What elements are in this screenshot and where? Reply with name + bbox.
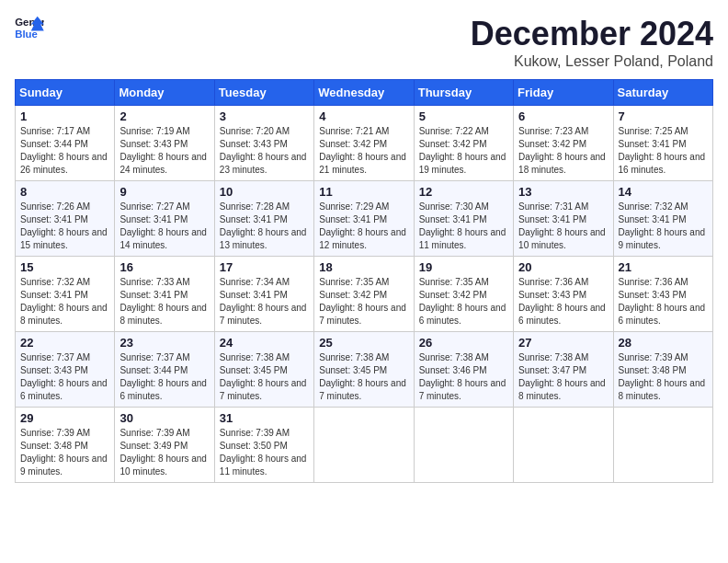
day-number: 29 <box>20 411 109 425</box>
calendar-week-row: 8 Sunrise: 7:26 AM Sunset: 3:41 PM Dayli… <box>16 181 713 257</box>
month-title: December 2024 <box>471 15 713 53</box>
day-detail: Sunrise: 7:31 AM Sunset: 3:41 PM Dayligh… <box>518 201 606 250</box>
calendar-cell: 28 Sunrise: 7:39 AM Sunset: 3:48 PM Dayl… <box>613 332 712 408</box>
day-detail: Sunrise: 7:32 AM Sunset: 3:41 PM Dayligh… <box>619 201 706 250</box>
day-detail: Sunrise: 7:21 AM Sunset: 3:42 PM Dayligh… <box>319 126 406 175</box>
day-number: 4 <box>319 109 408 123</box>
day-number: 16 <box>119 260 209 274</box>
calendar-cell: 12 Sunrise: 7:30 AM Sunset: 3:41 PM Dayl… <box>414 181 513 257</box>
day-detail: Sunrise: 7:39 AM Sunset: 3:49 PM Dayligh… <box>119 428 207 477</box>
calendar-cell: 23 Sunrise: 7:37 AM Sunset: 3:44 PM Dayl… <box>115 332 214 408</box>
calendar-cell: 24 Sunrise: 7:38 AM Sunset: 3:45 PM Dayl… <box>214 332 313 408</box>
calendar-cell: 16 Sunrise: 7:33 AM Sunset: 3:41 PM Dayl… <box>115 257 214 332</box>
day-number: 30 <box>119 411 209 425</box>
day-number: 11 <box>319 185 408 199</box>
day-number: 19 <box>419 260 508 274</box>
weekday-header: Sunday <box>16 80 115 106</box>
calendar-cell: 1 Sunrise: 7:17 AM Sunset: 3:44 PM Dayli… <box>16 106 115 181</box>
calendar-cell: 5 Sunrise: 7:22 AM Sunset: 3:42 PM Dayli… <box>414 106 513 181</box>
day-number: 22 <box>20 336 109 350</box>
calendar-cell: 22 Sunrise: 7:37 AM Sunset: 3:43 PM Dayl… <box>16 332 115 408</box>
calendar-cell: 3 Sunrise: 7:20 AM Sunset: 3:43 PM Dayli… <box>214 106 313 181</box>
day-number: 26 <box>419 336 508 350</box>
day-detail: Sunrise: 7:19 AM Sunset: 3:43 PM Dayligh… <box>119 126 207 175</box>
day-detail: Sunrise: 7:39 AM Sunset: 3:48 PM Dayligh… <box>20 428 108 477</box>
weekday-header: Saturday <box>613 80 712 106</box>
calendar-cell <box>613 408 712 483</box>
calendar-cell: 15 Sunrise: 7:32 AM Sunset: 3:41 PM Dayl… <box>16 257 115 332</box>
day-detail: Sunrise: 7:28 AM Sunset: 3:41 PM Dayligh… <box>220 201 307 250</box>
calendar-cell: 9 Sunrise: 7:27 AM Sunset: 3:41 PM Dayli… <box>115 181 214 257</box>
calendar-cell: 30 Sunrise: 7:39 AM Sunset: 3:49 PM Dayl… <box>115 408 214 483</box>
day-number: 20 <box>518 260 608 274</box>
day-detail: Sunrise: 7:23 AM Sunset: 3:42 PM Dayligh… <box>518 126 606 175</box>
calendar-cell: 19 Sunrise: 7:35 AM Sunset: 3:42 PM Dayl… <box>414 257 513 332</box>
day-number: 14 <box>619 185 708 199</box>
day-number: 5 <box>419 109 508 123</box>
day-detail: Sunrise: 7:37 AM Sunset: 3:43 PM Dayligh… <box>20 352 108 401</box>
weekday-header: Monday <box>115 80 214 106</box>
calendar-cell: 31 Sunrise: 7:39 AM Sunset: 3:50 PM Dayl… <box>214 408 313 483</box>
calendar-week-row: 15 Sunrise: 7:32 AM Sunset: 3:41 PM Dayl… <box>16 257 713 332</box>
title-area: December 2024 Kukow, Lesser Poland, Pola… <box>471 15 713 70</box>
logo-icon: General Blue <box>15 15 44 40</box>
calendar-week-row: 29 Sunrise: 7:39 AM Sunset: 3:48 PM Dayl… <box>16 408 713 483</box>
day-number: 2 <box>119 109 209 123</box>
day-number: 15 <box>20 260 109 274</box>
calendar-cell: 7 Sunrise: 7:25 AM Sunset: 3:41 PM Dayli… <box>613 106 712 181</box>
day-detail: Sunrise: 7:32 AM Sunset: 3:41 PM Dayligh… <box>20 277 108 326</box>
day-detail: Sunrise: 7:22 AM Sunset: 3:42 PM Dayligh… <box>419 126 506 175</box>
calendar-table: SundayMondayTuesdayWednesdayThursdayFrid… <box>15 79 713 483</box>
calendar-cell: 27 Sunrise: 7:38 AM Sunset: 3:47 PM Dayl… <box>514 332 613 408</box>
day-number: 28 <box>619 336 708 350</box>
logo: General Blue <box>15 15 44 40</box>
calendar-cell <box>314 408 414 483</box>
calendar-cell: 10 Sunrise: 7:28 AM Sunset: 3:41 PM Dayl… <box>214 181 313 257</box>
day-number: 10 <box>220 185 309 199</box>
day-detail: Sunrise: 7:37 AM Sunset: 3:44 PM Dayligh… <box>119 352 207 401</box>
calendar-cell: 26 Sunrise: 7:38 AM Sunset: 3:46 PM Dayl… <box>414 332 513 408</box>
calendar-cell: 8 Sunrise: 7:26 AM Sunset: 3:41 PM Dayli… <box>16 181 115 257</box>
day-detail: Sunrise: 7:33 AM Sunset: 3:41 PM Dayligh… <box>119 277 207 326</box>
day-detail: Sunrise: 7:38 AM Sunset: 3:47 PM Dayligh… <box>518 352 606 401</box>
day-detail: Sunrise: 7:35 AM Sunset: 3:42 PM Dayligh… <box>319 277 406 326</box>
day-number: 25 <box>319 336 408 350</box>
day-number: 3 <box>220 109 309 123</box>
day-detail: Sunrise: 7:39 AM Sunset: 3:50 PM Dayligh… <box>220 428 307 477</box>
day-detail: Sunrise: 7:29 AM Sunset: 3:41 PM Dayligh… <box>319 201 406 250</box>
day-number: 7 <box>619 109 708 123</box>
day-detail: Sunrise: 7:27 AM Sunset: 3:41 PM Dayligh… <box>119 201 207 250</box>
calendar-cell: 29 Sunrise: 7:39 AM Sunset: 3:48 PM Dayl… <box>16 408 115 483</box>
day-number: 12 <box>419 185 508 199</box>
day-number: 23 <box>119 336 209 350</box>
calendar-cell: 14 Sunrise: 7:32 AM Sunset: 3:41 PM Dayl… <box>613 181 712 257</box>
location-title: Kukow, Lesser Poland, Poland <box>471 53 713 70</box>
day-number: 18 <box>319 260 408 274</box>
calendar-cell: 11 Sunrise: 7:29 AM Sunset: 3:41 PM Dayl… <box>314 181 414 257</box>
day-detail: Sunrise: 7:25 AM Sunset: 3:41 PM Dayligh… <box>619 126 706 175</box>
day-number: 13 <box>518 185 608 199</box>
day-number: 17 <box>220 260 309 274</box>
calendar-cell: 18 Sunrise: 7:35 AM Sunset: 3:42 PM Dayl… <box>314 257 414 332</box>
day-detail: Sunrise: 7:38 AM Sunset: 3:46 PM Dayligh… <box>419 352 506 401</box>
day-number: 1 <box>20 109 109 123</box>
day-detail: Sunrise: 7:36 AM Sunset: 3:43 PM Dayligh… <box>518 277 606 326</box>
day-detail: Sunrise: 7:17 AM Sunset: 3:44 PM Dayligh… <box>20 126 108 175</box>
weekday-header: Tuesday <box>214 80 313 106</box>
day-detail: Sunrise: 7:39 AM Sunset: 3:48 PM Dayligh… <box>619 352 706 401</box>
calendar-cell <box>414 408 513 483</box>
calendar-cell: 6 Sunrise: 7:23 AM Sunset: 3:42 PM Dayli… <box>514 106 613 181</box>
calendar-cell: 21 Sunrise: 7:36 AM Sunset: 3:43 PM Dayl… <box>613 257 712 332</box>
day-number: 31 <box>220 411 309 425</box>
day-detail: Sunrise: 7:35 AM Sunset: 3:42 PM Dayligh… <box>419 277 506 326</box>
day-number: 9 <box>119 185 209 199</box>
calendar-cell: 25 Sunrise: 7:38 AM Sunset: 3:45 PM Dayl… <box>314 332 414 408</box>
calendar-cell <box>514 408 613 483</box>
calendar-cell: 4 Sunrise: 7:21 AM Sunset: 3:42 PM Dayli… <box>314 106 414 181</box>
calendar-cell: 13 Sunrise: 7:31 AM Sunset: 3:41 PM Dayl… <box>514 181 613 257</box>
calendar-cell: 2 Sunrise: 7:19 AM Sunset: 3:43 PM Dayli… <box>115 106 214 181</box>
day-detail: Sunrise: 7:34 AM Sunset: 3:41 PM Dayligh… <box>220 277 307 326</box>
day-detail: Sunrise: 7:38 AM Sunset: 3:45 PM Dayligh… <box>220 352 307 401</box>
day-number: 6 <box>518 109 608 123</box>
day-detail: Sunrise: 7:26 AM Sunset: 3:41 PM Dayligh… <box>20 201 108 250</box>
